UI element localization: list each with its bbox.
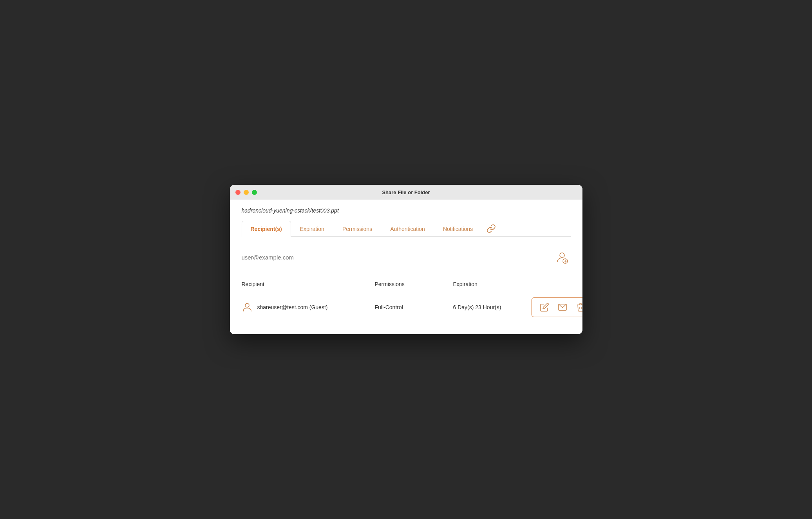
recipients-table: Recipient Permissions Expiration shareus…	[242, 281, 571, 323]
svg-point-0	[560, 253, 564, 258]
traffic-lights	[235, 190, 257, 195]
col-header-recipient: Recipient	[242, 281, 375, 287]
tabs-container: Recipient(s) Expiration Permissions Auth…	[242, 221, 571, 237]
actions-cell	[532, 297, 582, 317]
col-header-expiration: Expiration	[453, 281, 532, 287]
add-user-button[interactable]	[553, 249, 571, 266]
delete-button[interactable]	[573, 301, 582, 314]
file-path: hadroncloud-yuening-cstack/test003.ppt	[242, 207, 571, 214]
tab-expiration[interactable]: Expiration	[291, 221, 333, 237]
expiration-cell: 6 Day(s) 23 Hour(s)	[453, 304, 532, 310]
maximize-button[interactable]	[252, 190, 257, 195]
recipient-cell: shareuser@test.com (Guest)	[242, 302, 375, 313]
svg-point-4	[245, 303, 249, 307]
window-title: Share File or Folder	[382, 189, 430, 195]
email-button[interactable]	[555, 301, 570, 314]
table-header: Recipient Permissions Expiration	[242, 281, 571, 292]
titlebar: Share File or Folder	[230, 185, 582, 200]
tab-permissions[interactable]: Permissions	[333, 221, 381, 237]
email-icon	[558, 303, 567, 312]
permissions-cell: Full-Control	[375, 304, 453, 310]
tab-notifications[interactable]: Notifications	[434, 221, 482, 237]
edit-icon	[540, 303, 549, 312]
email-input[interactable]	[242, 252, 553, 262]
tab-authentication[interactable]: Authentication	[381, 221, 434, 237]
col-header-actions	[532, 281, 571, 287]
edit-button[interactable]	[537, 301, 552, 314]
app-window: Share File or Folder hadroncloud-yuening…	[230, 185, 582, 334]
window-content: hadroncloud-yuening-cstack/test003.ppt R…	[230, 200, 582, 334]
recipient-name: shareuser@test.com (Guest)	[257, 304, 328, 310]
email-input-row	[242, 249, 571, 269]
tab-recipients[interactable]: Recipient(s)	[242, 221, 291, 237]
trash-icon	[576, 303, 582, 312]
user-avatar-icon	[242, 302, 253, 313]
close-button[interactable]	[235, 190, 241, 195]
minimize-button[interactable]	[244, 190, 249, 195]
col-header-permissions: Permissions	[375, 281, 453, 287]
link-tab-icon[interactable]	[482, 221, 501, 236]
table-row: shareuser@test.com (Guest) Full-Control …	[242, 292, 571, 323]
